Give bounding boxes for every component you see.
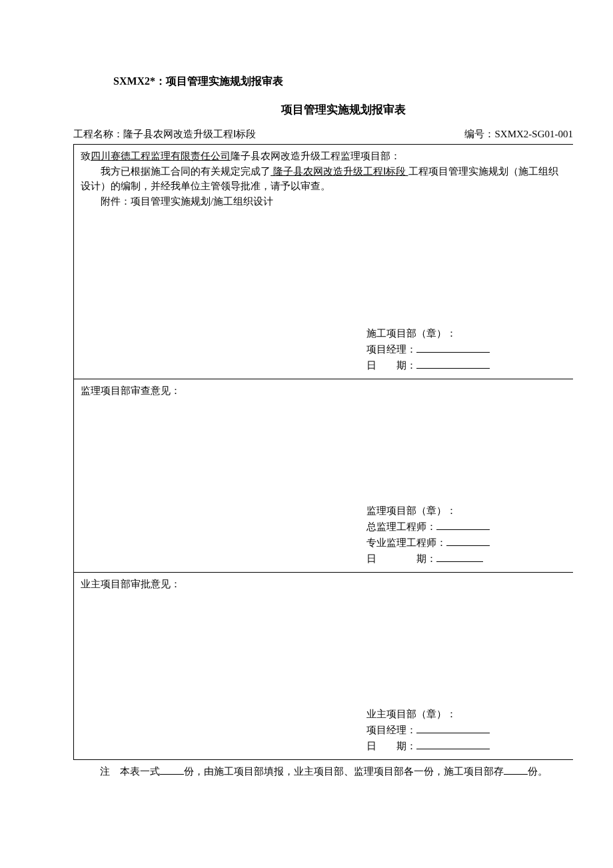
owner-manager-label: 项目经理： (366, 725, 416, 735)
supervisor-heading: 监理项目部审查意见： (81, 383, 566, 399)
note-blank-2[interactable] (504, 774, 528, 775)
supervisor-date-line: 日 期： (366, 551, 560, 567)
supervisor-chief-label: 总监理工程师： (366, 521, 436, 532)
to-company-underline: 四川赛德工程监理有限责任公司 (91, 151, 231, 161)
owner-date-blank[interactable] (416, 749, 490, 749)
note-blank-1[interactable] (160, 774, 184, 775)
doc-code-line: SXMX2*：项目管理实施规划报审表 (113, 73, 573, 89)
number-value: SXMX2-SG01-001 (494, 129, 573, 139)
body-pre: 我方已根据施工合同的有关规定完成了 (101, 166, 271, 177)
document-page: SXMX2*：项目管理实施规划报审表 项目管理实施规划报审表 工程名称：隆子县农… (0, 0, 613, 868)
form-table: 致四川赛德工程监理有限责任公司隆子县农网改造升级工程监理项目部： 我方已根据施工… (73, 144, 573, 760)
header-row: 工程名称：隆子县农网改造升级工程Ⅰ标段 编号：SXMX2-SG01-001 (73, 127, 573, 142)
supervisor-date-label: 日 期： (366, 553, 436, 564)
supervisor-dept-stamp: 监理项目部（章）： (366, 503, 560, 519)
number-label: 编号： (464, 129, 494, 139)
note-prefix: 注 本表一式 (100, 766, 160, 777)
applicant-dept-stamp: 施工项目部（章）： (366, 325, 560, 341)
applicant-date-line: 日 期： (366, 357, 560, 373)
note-suffix: 份。 (528, 766, 548, 777)
note-mid: 份，由施工项目部填报，业主项目部、监理项目部各一份，施工项目部存 (184, 766, 504, 777)
project-name: 隆子县农网改造升级工程Ⅰ标段 (123, 129, 256, 139)
owner-date-label: 日 期： (366, 741, 416, 751)
applicant-manager-blank[interactable] (416, 352, 490, 353)
supervisor-chief-blank[interactable] (436, 529, 490, 530)
project-name-field: 工程名称：隆子县农网改造升级工程Ⅰ标段 (73, 127, 256, 142)
supervisor-chief-line: 总监理工程师： (366, 519, 560, 535)
to-suffix: 隆子县农网改造升级工程监理项目部： (231, 151, 400, 161)
number-field: 编号：SXMX2-SG01-001 (464, 127, 573, 142)
owner-dept-stamp: 业主项目部（章）： (366, 706, 560, 722)
attachment-line: 附件：项目管理实施规划/施工组织设计 (81, 194, 566, 209)
applicant-date-blank[interactable] (416, 368, 490, 369)
project-label: 工程名称： (73, 129, 123, 139)
owner-signature-block: 业主项目部（章）： 项目经理： 日 期： (366, 706, 560, 754)
to-prefix: 致 (81, 151, 91, 161)
section-supervisor: 监理项目部审查意见： 监理项目部（章）： 总监理工程师： 专业监理工程师： 日 … (74, 379, 573, 573)
applicant-date-label: 日 期： (366, 360, 416, 371)
supervisor-spec-line: 专业监理工程师： (366, 535, 560, 551)
footnote: 注 本表一式份，由施工项目部填报，业主项目部、监理项目部各一份，施工项目部存份。 (100, 764, 573, 779)
doc-title: 项目管理实施规划报审表 (113, 101, 573, 119)
owner-heading: 业主项目部审批意见： (81, 577, 566, 592)
body-underline: 隆子县农网改造升级工程Ⅰ标段 (271, 166, 408, 177)
applicant-signature-block: 施工项目部（章）： 项目经理： 日 期： (366, 325, 560, 373)
owner-date-line: 日 期： (366, 738, 560, 754)
supervisor-spec-blank[interactable] (446, 545, 490, 546)
applicant-manager-label: 项目经理： (366, 344, 416, 355)
supervisor-date-blank[interactable] (436, 561, 483, 562)
section-owner: 业主项目部审批意见： 业主项目部（章）： 项目经理： 日 期： (74, 573, 573, 759)
section-applicant: 致四川赛德工程监理有限责任公司隆子县农网改造升级工程监理项目部： 我方已根据施工… (74, 145, 573, 379)
supervisor-spec-label: 专业监理工程师： (366, 537, 446, 548)
owner-manager-blank[interactable] (416, 733, 490, 733)
owner-manager-line: 项目经理： (366, 722, 560, 738)
salutation-line: 致四川赛德工程监理有限责任公司隆子县农网改造升级工程监理项目部： (81, 149, 566, 164)
applicant-manager-line: 项目经理： (366, 341, 560, 357)
body-line: 我方已根据施工合同的有关规定完成了 隆子县农网改造升级工程Ⅰ标段 工程项目管理实… (81, 164, 566, 194)
supervisor-signature-block: 监理项目部（章）： 总监理工程师： 专业监理工程师： 日 期： (366, 503, 560, 567)
